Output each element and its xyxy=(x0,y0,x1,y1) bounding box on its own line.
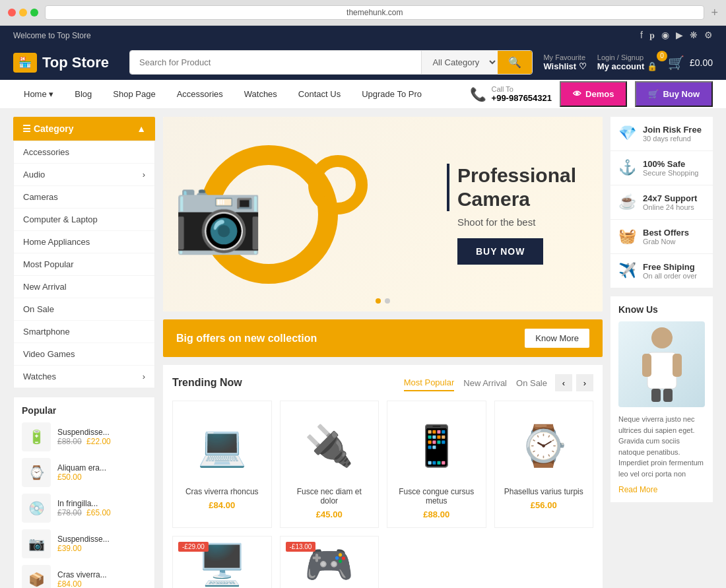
nav-right: 📞 Call To +99-987654321 👁 Demos 🛒 Buy No… xyxy=(470,81,713,107)
account-label: Login / Signup xyxy=(597,53,657,61)
nav-blog[interactable]: Blog xyxy=(64,80,102,108)
product-card-6[interactable]: -£13.00 🎮 xyxy=(280,536,380,588)
prev-arrow[interactable]: ‹ xyxy=(555,374,572,391)
slider-background: 📷 ProfessionalCamera Shoot for the best … xyxy=(163,117,603,311)
product-card-5[interactable]: -£29.00 🖥️ xyxy=(172,536,272,588)
cart-button[interactable]: 🛒 0 £0.00 xyxy=(668,55,713,71)
new-tab-button[interactable]: + xyxy=(711,6,718,20)
svg-rect-3 xyxy=(673,354,682,377)
social-icon-5[interactable]: ❋ xyxy=(690,30,698,41)
product-card-1[interactable]: 💻 Cras viverra rhoncus £84.00 xyxy=(172,401,272,528)
know-us-section: Know Us Neque viverra justo nec ultrices… xyxy=(610,296,713,502)
youtube-icon[interactable]: ▶ xyxy=(676,30,683,41)
popular-img-2: ⌚ xyxy=(22,458,51,487)
category-header: ☰ Category ▲ xyxy=(13,117,155,141)
product-badge-6: -£13.00 xyxy=(286,542,316,552)
category-most-popular[interactable]: Most Popular xyxy=(14,253,154,276)
category-toggle[interactable]: ▲ xyxy=(137,123,146,134)
nav-watches[interactable]: Watches xyxy=(234,80,288,108)
popular-info-5: Cras viverra... £84.00 xyxy=(57,570,107,588)
product-card-2[interactable]: 🔌 Fusce nec diam et dolor £45.00 xyxy=(280,401,380,528)
product-badge-5: -£29.00 xyxy=(178,542,209,552)
call-info: 📞 Call To +99-987654321 xyxy=(470,85,552,103)
know-more-button[interactable]: Know More xyxy=(525,329,589,348)
tab-most-popular[interactable]: Most Popular xyxy=(404,375,455,391)
slider-dot-2[interactable] xyxy=(385,298,390,304)
product-card-3[interactable]: 📱 Fusce congue cursus metus £88.00 xyxy=(387,401,486,528)
search-button[interactable]: 🔍 xyxy=(498,51,532,74)
slider-buy-button[interactable]: BUY NOW xyxy=(457,238,543,265)
buy-now-button[interactable]: 🛒 Buy Now xyxy=(635,81,713,107)
category-smartphone[interactable]: Smartphone xyxy=(14,321,154,343)
feature-support: ☕ 24x7 Support Online 24 hours xyxy=(610,185,713,220)
category-computer-laptop[interactable]: Computer & Laptop xyxy=(14,209,154,231)
category-label: ☰ Category xyxy=(22,123,74,134)
offers-text: Big offers on new collection xyxy=(176,333,317,344)
popular-item-2[interactable]: ⌚ Aliquam era... £50.00 xyxy=(22,458,147,487)
cart-icon: 🛒 xyxy=(668,55,684,70)
product-price-4: £56.00 xyxy=(503,500,585,510)
account[interactable]: Login / Signup My account 🔒 xyxy=(597,53,657,71)
product-name-2: Fusce nec diam et dolor xyxy=(288,487,371,506)
popular-item-5[interactable]: 📦 Cras viverra... £84.00 xyxy=(22,565,147,588)
product-name-3: Fusce congue cursus metus xyxy=(395,487,478,506)
browser-chrome: themehunk.com + xyxy=(0,0,726,26)
know-us-title: Know Us xyxy=(618,304,705,315)
nav-shop-page[interactable]: Shop Page xyxy=(102,80,166,108)
nav-home[interactable]: Home ▾ xyxy=(13,80,64,108)
next-arrow[interactable]: › xyxy=(576,374,593,391)
settings-icon[interactable]: ⚙ xyxy=(704,30,713,41)
know-us-image xyxy=(618,321,705,407)
search-category-select[interactable]: All Category xyxy=(421,51,498,74)
right-sidebar: 💎 Join Risk Free 30 days refund ⚓ 100% S… xyxy=(610,117,713,588)
popular-item-3[interactable]: 💿 In fringilla... £78.00 £65.00 xyxy=(22,494,147,523)
product-card-4[interactable]: ⌚ Phasellus varius turpis £56.00 xyxy=(494,401,594,528)
popular-info-1: Suspendisse... £88.00 £22.00 xyxy=(57,428,111,446)
popular-img-1: 🔋 xyxy=(22,422,51,451)
category-audio[interactable]: Audio › xyxy=(14,164,154,186)
cart-badge: 0 xyxy=(657,51,667,61)
category-video-games[interactable]: Video Games xyxy=(14,343,154,366)
plane-icon: ✈️ xyxy=(618,262,636,279)
read-more-link[interactable]: Read More xyxy=(618,485,657,494)
tab-on-sale[interactable]: On Sale xyxy=(516,376,547,391)
person-svg xyxy=(636,325,688,404)
category-watches[interactable]: Watches › xyxy=(14,366,154,388)
facebook-icon[interactable]: f xyxy=(640,30,643,41)
pinterest-icon[interactable]: 𝐩 xyxy=(649,30,655,41)
category-home-appliances[interactable]: Home Appliances xyxy=(14,231,154,253)
nav-upgrade[interactable]: Upgrade To Pro xyxy=(351,80,432,108)
logo[interactable]: 🏪 Top Store xyxy=(13,53,119,73)
category-accessories[interactable]: Accessories xyxy=(14,141,154,164)
svg-rect-1 xyxy=(647,352,676,389)
category-new-arrival[interactable]: New Arrival xyxy=(14,276,154,298)
nav-accessories[interactable]: Accessories xyxy=(166,80,234,108)
feature-text-1: Join Risk Free 30 days refund xyxy=(643,125,702,143)
instagram-icon[interactable]: ◉ xyxy=(661,30,669,41)
category-list: Accessories Audio › Cameras Computer & L… xyxy=(13,141,155,389)
popular-img-4: 📷 xyxy=(22,529,51,558)
nav-contact[interactable]: Contact Us xyxy=(288,80,351,108)
call-number: +99-987654321 xyxy=(492,93,552,103)
wishlist-value: Wishlist ♡ xyxy=(543,61,586,71)
slider-text: ProfessionalCamera Shoot for the best BU… xyxy=(447,164,576,265)
slider-title: ProfessionalCamera xyxy=(447,164,576,211)
category-on-sale[interactable]: On Sale xyxy=(14,298,154,321)
popular-item-1[interactable]: 🔋 Suspendisse... £88.00 £22.00 xyxy=(22,422,147,451)
offers-banner: Big offers on new collection Know More xyxy=(163,319,603,357)
wishlist[interactable]: My Favourite Wishlist ♡ xyxy=(543,53,586,71)
browser-url[interactable]: themehunk.com xyxy=(45,5,704,20)
slider-dot-1[interactable] xyxy=(376,298,381,304)
popular-item-4[interactable]: 📷 Suspendisse... £39.00 xyxy=(22,529,147,558)
slider-circle-inner xyxy=(308,155,368,214)
tab-new-arrival[interactable]: New Arrival xyxy=(463,376,507,391)
demos-button[interactable]: 👁 Demos xyxy=(560,81,627,107)
category-cameras[interactable]: Cameras xyxy=(14,186,154,209)
nav-items: Home ▾ Blog Shop Page Accessories Watche… xyxy=(13,80,432,108)
popular-info-2: Aliquam era... £50.00 xyxy=(57,463,106,482)
camera-image: 📷 xyxy=(173,172,263,257)
popular-section: Popular 🔋 Suspendisse... £88.00 £22.00 ⌚… xyxy=(13,397,155,588)
product-price-3: £88.00 xyxy=(395,509,478,519)
search-input[interactable] xyxy=(130,51,421,74)
dot-red xyxy=(8,9,16,16)
